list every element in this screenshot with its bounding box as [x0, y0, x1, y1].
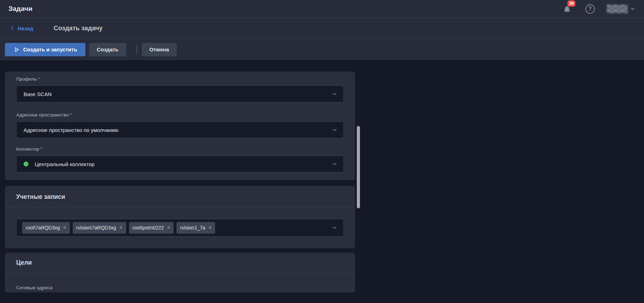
account-tag: root\7aRQD3xg × — [22, 222, 70, 234]
targets-body: Сетевые адреса — [5, 273, 355, 290]
account-tag-label: rvision1_7a — [180, 225, 205, 231]
user-name-redacted — [607, 5, 628, 13]
toolbar-divider — [136, 45, 137, 54]
app-root: Задачи 39 ? — [0, 0, 644, 303]
app-title: Задачи — [8, 5, 33, 13]
question-mark-icon: ? — [588, 6, 592, 12]
page-title: Создать задачу — [53, 25, 102, 32]
address-space-label: Адресное пространство* — [16, 112, 344, 118]
address-space-value: Адресное пространство по умолчанию — [24, 127, 118, 133]
chevron-down-icon — [331, 161, 338, 167]
accounts-multiselect[interactable]: root\7aRQD3xg × rvision\7aRQD3xg × root\… — [16, 219, 344, 236]
create-and-run-label: Создать и запустить — [23, 46, 77, 52]
create-and-run-button[interactable]: Создать и запустить — [5, 43, 85, 56]
remove-tag-icon[interactable]: × — [167, 225, 170, 231]
collector-value: Центральный коллектор — [35, 161, 95, 167]
back-button[interactable]: Назад — [10, 25, 33, 31]
collector-select[interactable]: Центральный коллектор — [16, 156, 344, 172]
chevron-down-icon — [331, 225, 338, 231]
back-label: Назад — [18, 25, 33, 31]
task-parameters-panel: Профиль* Base SCAN Адресное пространство… — [5, 71, 355, 180]
chevron-down-icon — [331, 91, 338, 97]
header-actions: 39 ? — [563, 3, 636, 14]
account-tag: rvision\7aRQD3xg × — [73, 222, 126, 234]
address-space-select[interactable]: Адресное пространство по умолчанию — [16, 121, 344, 138]
user-menu[interactable] — [607, 5, 636, 13]
play-icon — [13, 46, 20, 53]
account-tag-label: root\7aRQD3xg — [26, 225, 60, 231]
vertical-scrollbar-thumb[interactable] — [357, 126, 360, 208]
account-tag-label: root\pxtm0222 — [133, 225, 164, 231]
required-mark: * — [38, 76, 39, 82]
remove-tag-icon[interactable]: × — [119, 225, 122, 231]
create-label: Создать — [97, 46, 118, 52]
action-toolbar: Создать и запустить Создать Отмена — [0, 39, 644, 60]
account-tag: root\pxtm0222 × — [129, 222, 174, 234]
cancel-button[interactable]: Отмена — [142, 43, 177, 56]
chevron-down-icon — [630, 6, 636, 12]
create-button[interactable]: Создать — [89, 43, 126, 56]
remove-tag-icon[interactable]: × — [63, 225, 66, 231]
content-area: Профиль* Base SCAN Адресное пространство… — [0, 60, 644, 303]
cancel-label: Отмена — [149, 46, 169, 52]
help-button[interactable]: ? — [585, 4, 595, 14]
required-mark: * — [70, 112, 72, 118]
account-tag-label: rvision\7aRQD3xg — [76, 225, 116, 231]
collector-label: Коллектор* — [16, 146, 344, 152]
account-tag: rvision1_7a × — [176, 222, 215, 234]
remove-tag-icon[interactable]: × — [208, 225, 212, 231]
chevron-left-icon — [10, 26, 15, 31]
profile-label: Профиль* — [16, 76, 344, 82]
collector-status-dot — [24, 162, 28, 166]
notification-badge: 39 — [567, 0, 575, 7]
network-addresses-label: Сетевые адреса — [16, 285, 344, 290]
accounts-section-title: Учетные записи — [5, 186, 355, 208]
required-mark: * — [40, 146, 42, 152]
scroll-viewport: Профиль* Base SCAN Адресное пространство… — [0, 60, 644, 292]
profile-value: Base SCAN — [24, 91, 52, 97]
targets-panel: Цели Сетевые адреса — [5, 253, 355, 292]
top-header-bar: Задачи 39 ? — [0, 0, 644, 18]
notifications-button[interactable]: 39 — [563, 3, 573, 14]
accounts-body: root\7aRQD3xg × rvision\7aRQD3xg × root\… — [5, 208, 355, 236]
profile-select[interactable]: Base SCAN — [16, 86, 344, 102]
sub-header-bar: Назад Создать задачу — [0, 18, 644, 39]
chevron-down-icon — [331, 127, 338, 133]
targets-section-title: Цели — [5, 253, 355, 273]
accounts-panel: Учетные записи root\7aRQD3xg × rvision\7… — [5, 186, 355, 248]
